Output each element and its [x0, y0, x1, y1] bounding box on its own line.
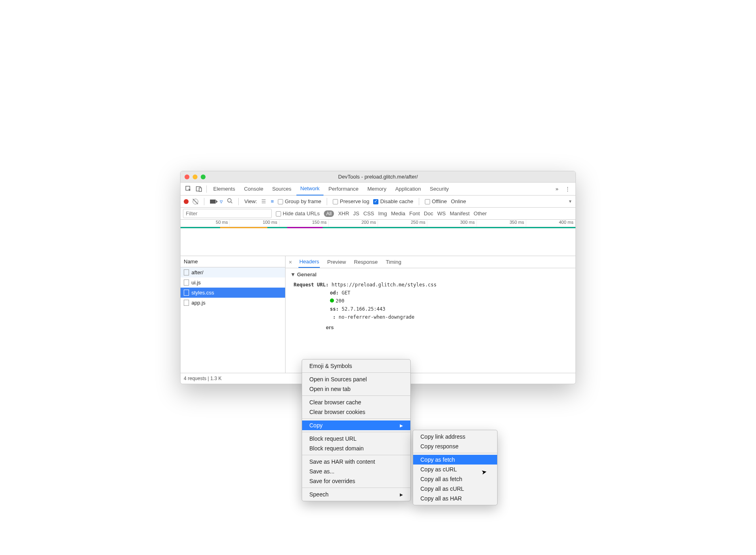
menu-block-url[interactable]: Block request URL: [302, 434, 410, 444]
hide-data-urls-checkbox[interactable]: Hide data URLs: [276, 210, 320, 217]
divider: [327, 198, 327, 205]
address-label-partial: ss:: [330, 306, 339, 312]
submenu-copy-as-fetch[interactable]: Copy as fetch: [413, 455, 497, 465]
details-tab-headers[interactable]: Headers: [298, 256, 320, 268]
preserve-log-checkbox[interactable]: Preserve log: [333, 198, 369, 204]
timeline-tick: 350 ms: [477, 220, 526, 227]
tab-security[interactable]: Security: [426, 183, 453, 195]
menu-save-as[interactable]: Save as...: [302, 467, 410, 476]
inspect-element-icon[interactable]: [184, 184, 193, 194]
tab-network[interactable]: Network: [296, 182, 324, 196]
tab-elements[interactable]: Elements: [209, 183, 239, 195]
filter-xhr[interactable]: XHR: [338, 210, 349, 217]
group-by-frame-checkbox[interactable]: Group by frame: [278, 198, 321, 204]
submenu-copy-all-har[interactable]: Copy all as HAR: [413, 494, 497, 503]
menu-save-har[interactable]: Save as HAR with content: [302, 457, 410, 467]
filter-bar: Hide data URLs All XHR JS CSS Img Media …: [181, 208, 575, 220]
tab-performance[interactable]: Performance: [324, 183, 362, 195]
menu-open-new-tab[interactable]: Open in new tab: [302, 384, 410, 394]
filter-all[interactable]: All: [324, 210, 334, 217]
filter-input[interactable]: [183, 209, 272, 218]
filter-font[interactable]: Font: [410, 210, 420, 217]
request-url-row: Request URL: https://preload.glitch.me/s…: [286, 281, 575, 289]
view-list-icon[interactable]: ☰: [261, 198, 267, 204]
filter-media[interactable]: Media: [391, 210, 405, 217]
status-code-row: 200: [286, 297, 575, 305]
menu-save-overrides[interactable]: Save for overrides: [302, 476, 410, 486]
hide-data-urls-label: Hide data URLs: [283, 210, 320, 217]
request-row[interactable]: after/: [181, 267, 285, 278]
network-timeline[interactable]: 50 ms 100 ms 150 ms 200 ms 250 ms 300 ms…: [181, 220, 575, 256]
minimize-window-button[interactable]: [193, 174, 197, 179]
filter-other[interactable]: Other: [474, 210, 487, 217]
request-name: app.js: [191, 300, 206, 306]
details-tab-preview[interactable]: Preview: [326, 256, 346, 267]
submenu-copy-response[interactable]: Copy response: [413, 441, 497, 451]
timeline-tick: 400 ms: [526, 220, 575, 227]
submenu-copy-link[interactable]: Copy link address: [413, 432, 497, 441]
maximize-window-button[interactable]: [201, 174, 206, 179]
menu-emoji-symbols[interactable]: Emoji & Symbols: [302, 361, 410, 371]
method-label-partial: od:: [330, 290, 339, 296]
offline-checkbox[interactable]: Offline: [425, 198, 447, 204]
request-name: ui.js: [191, 280, 201, 286]
timeline-tick: 100 ms: [230, 220, 279, 227]
filter-toggle-icon[interactable]: ▿: [220, 198, 223, 205]
submenu-copy-all-curl[interactable]: Copy all as cURL: [413, 484, 497, 494]
timeline-bar: [220, 227, 267, 228]
file-icon: [184, 269, 189, 275]
throttling-dropdown-icon[interactable]: ▼: [568, 199, 572, 204]
general-section[interactable]: ▼ General: [286, 268, 575, 281]
menu-clear-cookies[interactable]: Clear browser cookies: [302, 407, 410, 417]
filter-js[interactable]: JS: [353, 210, 359, 217]
tab-memory[interactable]: Memory: [363, 183, 391, 195]
clear-button[interactable]: [193, 199, 198, 204]
menu-speech-label: Speech: [309, 491, 328, 498]
menu-separator: [302, 488, 410, 488]
menu-speech[interactable]: Speech▶: [302, 490, 410, 499]
disable-cache-checkbox[interactable]: Disable cache: [373, 198, 413, 204]
screenshot-icon[interactable]: [210, 200, 216, 204]
online-select[interactable]: Online: [451, 198, 466, 204]
tab-application[interactable]: Application: [391, 183, 425, 195]
kebab-menu-icon[interactable]: ⋮: [563, 184, 572, 194]
more-tabs-icon[interactable]: »: [552, 184, 562, 194]
request-row[interactable]: app.js: [181, 298, 285, 308]
record-button[interactable]: [184, 199, 189, 204]
tab-console[interactable]: Console: [240, 183, 267, 195]
panel-tabs: Elements Console Sources Network Perform…: [181, 183, 575, 196]
name-column-header[interactable]: Name: [181, 256, 285, 267]
divider: [206, 185, 207, 193]
details-tab-timing[interactable]: Timing: [385, 256, 402, 267]
filter-css[interactable]: CSS: [363, 210, 374, 217]
tab-sources[interactable]: Sources: [268, 183, 296, 195]
divider: [204, 198, 204, 205]
status-code-value: 200: [336, 298, 344, 304]
view-waterfall-icon[interactable]: ≡: [271, 198, 274, 204]
timeline-bar: [473, 227, 575, 228]
request-row-selected[interactable]: styles.css: [181, 288, 285, 298]
response-headers-section[interactable]: ers: [286, 321, 575, 334]
group-by-frame-label: Group by frame: [285, 198, 321, 204]
view-label: View:: [244, 198, 257, 204]
filter-manifest[interactable]: Manifest: [450, 210, 470, 217]
details-tab-response[interactable]: Response: [353, 256, 379, 267]
close-window-button[interactable]: [185, 174, 189, 179]
context-menu: Emoji & Symbols Open in Sources panel Op…: [302, 359, 411, 501]
referrer-value: no-referrer-when-downgrade: [338, 314, 414, 320]
menu-copy[interactable]: Copy▶: [302, 420, 410, 430]
preserve-log-label: Preserve log: [340, 198, 369, 204]
search-icon[interactable]: [227, 198, 233, 205]
menu-clear-cache[interactable]: Clear browser cache: [302, 397, 410, 407]
close-details-icon[interactable]: ×: [289, 259, 292, 265]
menu-block-domain[interactable]: Block request domain: [302, 444, 410, 453]
menu-open-sources[interactable]: Open in Sources panel: [302, 374, 410, 384]
filter-doc[interactable]: Doc: [424, 210, 433, 217]
device-toolbar-icon[interactable]: [194, 184, 204, 194]
svg-rect-2: [199, 188, 202, 191]
filter-ws[interactable]: WS: [437, 210, 446, 217]
timeline-tick: 50 ms: [181, 220, 230, 227]
request-row[interactable]: ui.js: [181, 278, 285, 288]
file-icon: [184, 280, 189, 286]
filter-img[interactable]: Img: [378, 210, 387, 217]
